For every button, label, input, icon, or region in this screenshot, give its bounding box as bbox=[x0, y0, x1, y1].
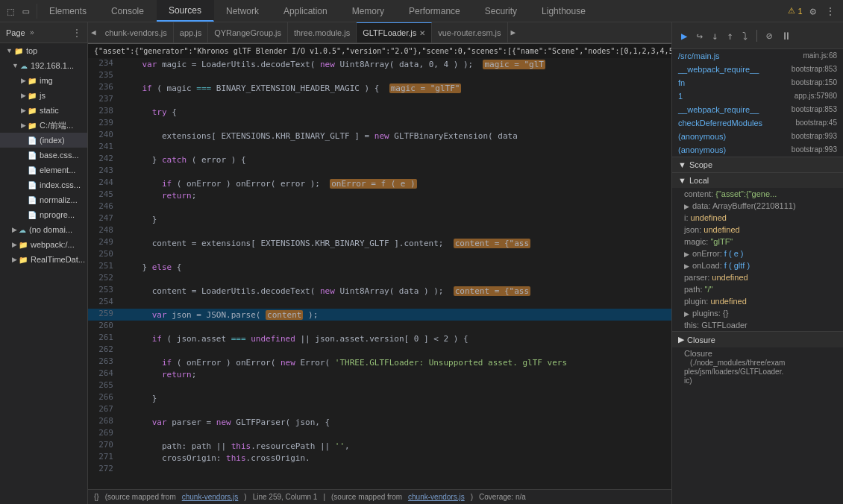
tree-item-element[interactable]: ▶ 📄 element... bbox=[0, 163, 87, 177]
table-row: 266 } bbox=[88, 392, 671, 404]
line-content: if ( onError ) onError( new Error( 'THRE… bbox=[119, 356, 671, 368]
source-file-link-1[interactable]: chunk-vendors.js bbox=[182, 493, 239, 501]
scope-var-data[interactable]: ▶data: ArrayBuffer(22108111) bbox=[672, 200, 843, 212]
tree-item-nprogre[interactable]: ▶ 📄 nprogre... bbox=[0, 207, 87, 222]
tree-item-index[interactable]: ▶ 📄 (index) bbox=[0, 133, 87, 148]
scope-var-parser[interactable]: parser: undefined bbox=[672, 271, 843, 283]
deactivate-btn[interactable]: ⊘ bbox=[763, 28, 775, 43]
tree-item-normaliz[interactable]: ▶ 📄 normaliz... bbox=[0, 192, 87, 207]
tab-console[interactable]: Console bbox=[99, 0, 157, 22]
step-btn[interactable]: ⤵ bbox=[739, 28, 750, 43]
local-section-header[interactable]: ▼ Local bbox=[672, 172, 843, 188]
tree-item-host[interactable]: ▼ ☁ 192.168.1... bbox=[0, 58, 87, 73]
device-icon[interactable]: ▭ bbox=[21, 4, 30, 19]
table-row: 253 content = LoaderUtils.decodeText( ne… bbox=[88, 285, 671, 297]
tab-performance[interactable]: Performance bbox=[397, 0, 473, 22]
line-content bbox=[119, 70, 671, 82]
scope-var-magic[interactable]: magic: "glTF" bbox=[672, 236, 843, 248]
table-row: 239 bbox=[88, 118, 671, 130]
code-scroll[interactable]: 234 var magic = LoaderUtils.decodeText( … bbox=[88, 58, 671, 489]
tree-item-js[interactable]: ▶ 📁 js bbox=[0, 88, 87, 103]
table-row: 261 if ( json.asset === undefined || jso… bbox=[88, 333, 671, 344]
warning-badge: ⚠ 1 bbox=[788, 6, 802, 16]
call-stack-item[interactable]: checkDeferredModules bootstrap:45 bbox=[672, 116, 843, 130]
tabs-left-arrow[interactable]: ◀ bbox=[88, 28, 99, 37]
tree-item-static[interactable]: ▶ 📁 static bbox=[0, 103, 87, 118]
prop-value: undefined bbox=[703, 225, 739, 234]
file-tab-vue-router[interactable]: vue-router.esm.js bbox=[432, 22, 507, 42]
tree-item-cdir[interactable]: ▶ 📁 C:/前端... bbox=[0, 118, 87, 133]
warning-count: 1 bbox=[797, 7, 802, 16]
table-row: 234 var magic = LoaderUtils.decodeText( … bbox=[88, 58, 671, 70]
step-into-btn[interactable]: ↓ bbox=[709, 28, 721, 43]
tab-lighthouse[interactable]: Lighthouse bbox=[530, 0, 598, 22]
tree-item-nodomain[interactable]: ▶ ☁ (no domai... bbox=[0, 222, 87, 237]
file-tab-app[interactable]: app.js bbox=[174, 22, 208, 42]
scope-var-this[interactable]: this: GLTFLoader bbox=[672, 319, 843, 331]
call-stack-item[interactable]: 1 app.js:57980 bbox=[672, 89, 843, 103]
tree-item-webpack[interactable]: ▶ 📁 webpack:/... bbox=[0, 237, 87, 252]
tree-label-static: static bbox=[40, 106, 59, 115]
warning-icon: ⚠ bbox=[788, 6, 795, 16]
caret-right-icon: ▶ bbox=[12, 241, 17, 248]
sidebar-more-icon[interactable]: ⋮ bbox=[72, 28, 81, 38]
source-file-link-2[interactable]: chunk-vendors.js bbox=[408, 493, 465, 501]
settings-icon[interactable]: ⚙ bbox=[809, 4, 818, 19]
call-stack-item[interactable]: (anonymous) bootstrap:993 bbox=[672, 130, 843, 143]
line-content bbox=[119, 404, 671, 416]
tree-item-img[interactable]: ▶ 📁 img bbox=[0, 73, 87, 88]
tab-security[interactable]: Security bbox=[473, 0, 530, 22]
tabs-right-arrow[interactable]: ▶ bbox=[508, 28, 519, 37]
scope-var-onerror[interactable]: ▶onError: f ( e ) bbox=[672, 248, 843, 259]
tab-elements[interactable]: Elements bbox=[37, 0, 99, 22]
tab-sources[interactable]: Sources bbox=[157, 0, 214, 22]
scope-var-path[interactable]: path: "/" bbox=[672, 283, 843, 295]
table-row: 238 try { bbox=[88, 106, 671, 118]
scope-var-i[interactable]: i: undefined bbox=[672, 212, 843, 224]
tree-label-base-css: base.css... bbox=[40, 151, 79, 160]
scope-var-content[interactable]: content: {"asset":{"gene... bbox=[672, 188, 843, 200]
tree-item-index-css[interactable]: ▶ 📄 index.css... bbox=[0, 177, 87, 192]
line-number: 260 bbox=[88, 321, 119, 333]
scope-var-plugin[interactable]: plugin: undefined bbox=[672, 295, 843, 307]
file-tab-qyrange[interactable]: QYRangeGroup.js bbox=[208, 22, 288, 42]
close-tab-icon[interactable]: ✕ bbox=[419, 29, 425, 37]
step-out-btn[interactable]: ↑ bbox=[724, 28, 736, 43]
sidebar-expand-icon[interactable]: » bbox=[30, 28, 34, 37]
pause-exceptions-btn[interactable]: ⏸ bbox=[778, 28, 795, 43]
scope-var-onload[interactable]: ▶onLoad: f ( gltf ) bbox=[672, 259, 843, 271]
file-tab-three[interactable]: three.module.js bbox=[288, 22, 357, 42]
file-ref: bootstrap:45 bbox=[795, 119, 837, 127]
resume-btn[interactable]: ▶ bbox=[678, 28, 690, 43]
scope-var-closure-path[interactable]: Closure (./node_modules/three/examples/j… bbox=[672, 347, 843, 386]
scope-var-json[interactable]: json: undefined bbox=[672, 224, 843, 236]
call-stack-item[interactable]: fn bootstrap:150 bbox=[672, 76, 843, 89]
line-content bbox=[119, 249, 671, 261]
scope-section-header[interactable]: ▼ Scope bbox=[672, 157, 843, 172]
file-tab-chunk-vendors[interactable]: chunk-vendors.js bbox=[99, 22, 174, 42]
call-stack-item[interactable]: __webpack_require__ bootstrap:853 bbox=[672, 63, 843, 76]
inspect-icon[interactable]: ⬚ bbox=[6, 4, 15, 19]
call-stack-item[interactable]: __webpack_require__ bootstrap:853 bbox=[672, 103, 843, 116]
call-stack-item[interactable]: (anonymous) bootstrap:993 bbox=[672, 143, 843, 157]
tree-item-base-css[interactable]: ▶ 📄 base.css... bbox=[0, 148, 87, 163]
more-icon[interactable]: ⋮ bbox=[824, 4, 837, 19]
expand-icon: ▶ bbox=[684, 203, 689, 210]
tab-application[interactable]: Application bbox=[272, 0, 340, 22]
call-stack-item[interactable]: /src/main.js main.js:68 bbox=[672, 49, 843, 63]
table-row: 235 bbox=[88, 70, 671, 82]
file-ref: bootstrap:853 bbox=[792, 105, 837, 114]
tab-network[interactable]: Network bbox=[214, 0, 272, 22]
file-tab-gltfloader[interactable]: GLTFLoader.js ✕ bbox=[357, 22, 432, 42]
spacer: ▶ bbox=[21, 136, 26, 144]
table-row: 268 var parser = new GLTFParser( json, { bbox=[88, 416, 671, 428]
tree-item-top[interactable]: ▼ 📁 top bbox=[0, 43, 87, 58]
step-over-btn[interactable]: ↪ bbox=[693, 28, 705, 43]
closure-header[interactable]: ▶ Closure bbox=[672, 331, 843, 347]
tree-item-realtime[interactable]: ▶ 📁 RealTimeDat... bbox=[0, 252, 87, 267]
tree-label-img: img bbox=[40, 76, 53, 85]
prop-value: {} bbox=[723, 309, 728, 318]
tab-memory[interactable]: Memory bbox=[340, 0, 397, 22]
format-icon[interactable]: {} bbox=[94, 493, 99, 501]
scope-var-plugins[interactable]: ▶plugins: {} bbox=[672, 307, 843, 319]
